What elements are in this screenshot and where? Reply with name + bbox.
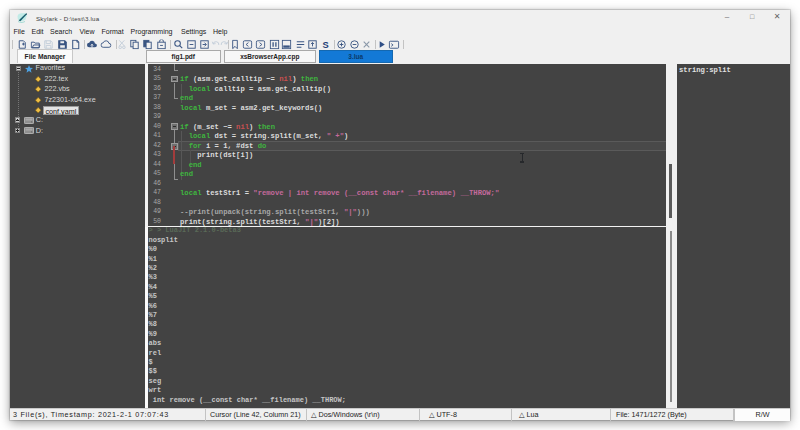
svg-text:S: S: [322, 39, 328, 49]
